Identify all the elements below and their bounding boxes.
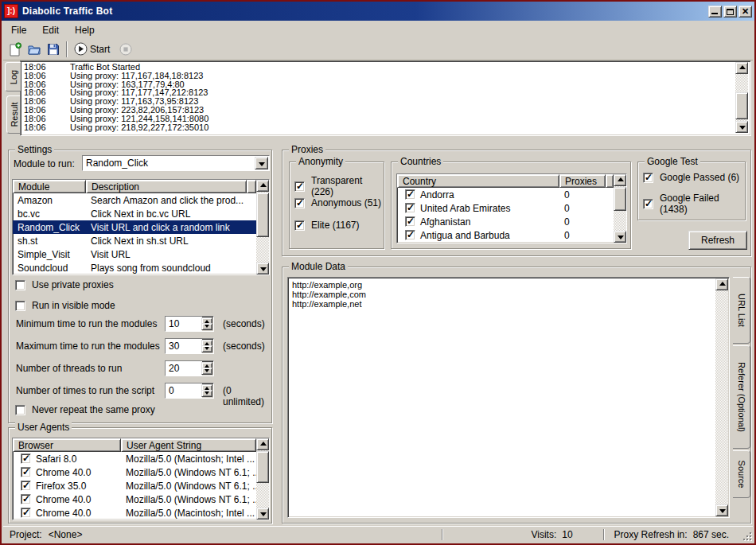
- ua-checkbox[interactable]: [21, 454, 31, 464]
- run-visible-mode-label: Run in visible mode: [32, 300, 115, 311]
- open-project-button[interactable]: [25, 40, 44, 59]
- chevron-down-icon[interactable]: [255, 157, 268, 169]
- ua-checkbox[interactable]: [21, 494, 31, 504]
- tab-log[interactable]: Log: [5, 62, 21, 91]
- ua-checkbox[interactable]: [21, 481, 31, 491]
- scroll-down-icon[interactable]: [614, 231, 626, 243]
- scroll-up-icon[interactable]: [256, 438, 269, 450]
- scroll-up-icon[interactable]: [735, 62, 748, 74]
- table-row[interactable]: United Arab Emirates0: [397, 201, 614, 215]
- col-ua-string[interactable]: User Agent String: [121, 438, 256, 452]
- start-button[interactable]: Start: [71, 40, 116, 59]
- google-test-option: Google Passed (6): [643, 172, 739, 183]
- country-checkbox[interactable]: [405, 216, 415, 227]
- elite-checkbox[interactable]: [294, 220, 305, 231]
- table-row[interactable]: Simple_VisitVisit URL: [13, 247, 256, 261]
- scrollbar-thumb[interactable]: [256, 451, 269, 483]
- module-data-textarea[interactable]: http://example,org http://example,com ht…: [287, 277, 730, 518]
- table-row[interactable]: Antigua and Barbuda0: [397, 228, 614, 242]
- module-data-scrollbar[interactable]: [715, 278, 728, 516]
- col-proxies[interactable]: Proxies: [559, 174, 606, 188]
- google-passed-checkbox[interactable]: [643, 173, 653, 183]
- scroll-up-icon[interactable]: [715, 278, 728, 290]
- stop-button[interactable]: [116, 40, 135, 59]
- times-value[interactable]: 0: [166, 383, 202, 398]
- table-row[interactable]: Andorra0: [397, 188, 614, 201]
- module-to-run-value: Random_Click: [83, 156, 269, 170]
- spin-down-icon[interactable]: [201, 390, 212, 397]
- new-project-button[interactable]: [6, 40, 25, 59]
- tab-url-list[interactable]: URL List: [733, 277, 750, 344]
- times-stepper[interactable]: 0: [165, 383, 214, 399]
- use-private-proxies-checkbox[interactable]: [15, 280, 25, 290]
- threads-stepper[interactable]: 20: [165, 360, 214, 376]
- tab-referer-label: Referer (Optional): [737, 362, 746, 432]
- countries-scrollbar[interactable]: [614, 174, 626, 243]
- transparent-checkbox[interactable]: [294, 181, 305, 192]
- anonymous-checkbox[interactable]: [294, 198, 305, 208]
- never-repeat-proxy-label: Never repeat the same proxy: [32, 404, 155, 415]
- user-agents-group: User Agents Browser User Agent String Sa…: [8, 427, 272, 524]
- menu-edit[interactable]: Edit: [34, 23, 67, 37]
- table-row[interactable]: Chrome 40.0Mozilla/5.0 (Macintosh; Intel…: [13, 506, 256, 520]
- menu-help[interactable]: Help: [67, 23, 103, 37]
- scrollbar-thumb[interactable]: [256, 193, 269, 237]
- country-checkbox[interactable]: [405, 203, 415, 213]
- tab-source[interactable]: Source: [733, 450, 750, 498]
- spin-down-icon[interactable]: [201, 368, 212, 375]
- table-row[interactable]: bc.vcClick Next in bc.vc URL: [13, 207, 256, 220]
- scrollbar-thumb[interactable]: [614, 187, 626, 211]
- modules-table-scrollbar[interactable]: [256, 180, 269, 274]
- close-button[interactable]: [738, 6, 752, 18]
- table-row[interactable]: SoundcloudPlays song from soundcloud: [13, 261, 256, 274]
- user-agents-scrollbar[interactable]: [256, 438, 269, 520]
- table-row[interactable]: Afghanistan0: [397, 215, 614, 228]
- module-to-run-combobox[interactable]: Random_Click: [82, 155, 270, 171]
- max-time-stepper[interactable]: 30: [165, 338, 214, 354]
- ua-checkbox[interactable]: [21, 508, 31, 518]
- google-failed-checkbox[interactable]: [643, 199, 653, 209]
- scroll-up-icon[interactable]: [614, 174, 626, 186]
- tab-referer[interactable]: Referer (Optional): [733, 345, 750, 449]
- scroll-down-icon[interactable]: [735, 121, 748, 133]
- threads-value[interactable]: 20: [166, 361, 202, 376]
- min-time-value[interactable]: 10: [166, 317, 202, 331]
- col-browser[interactable]: Browser: [13, 438, 121, 452]
- maximize-button[interactable]: [723, 6, 737, 18]
- table-row[interactable]: sh.stClick Next in sh.st URL: [13, 234, 256, 247]
- max-time-value[interactable]: 30: [166, 339, 202, 353]
- tab-result[interactable]: Result: [6, 95, 21, 134]
- spin-down-icon[interactable]: [201, 345, 212, 352]
- scroll-down-icon[interactable]: [715, 504, 728, 516]
- save-project-button[interactable]: [44, 40, 63, 59]
- table-row[interactable]: Chrome 40.0Mozilla/5.0 (Windows NT 6.1; …: [13, 492, 256, 506]
- table-row-selected[interactable]: Random_ClickVisit URL and click a random…: [13, 220, 256, 234]
- log-scrollbar[interactable]: [735, 62, 748, 133]
- run-visible-mode-checkbox[interactable]: [15, 301, 25, 311]
- scroll-down-icon[interactable]: [256, 508, 269, 520]
- col-module[interactable]: Module: [13, 180, 86, 193]
- refresh-button[interactable]: Refresh: [688, 231, 747, 250]
- scrollbar-thumb[interactable]: [735, 92, 748, 119]
- never-repeat-proxy-checkbox[interactable]: [15, 405, 25, 415]
- country-checkbox[interactable]: [405, 230, 415, 240]
- table-row[interactable]: Chrome 40.0Mozilla/5.0 (Windows NT 6.1; …: [13, 465, 256, 479]
- table-row[interactable]: Safari 8.0Mozilla/5.0 (Macintosh; Intel …: [13, 452, 256, 465]
- play-icon: [74, 42, 88, 56]
- min-time-stepper[interactable]: 10: [165, 316, 214, 332]
- minimize-button[interactable]: [708, 6, 722, 18]
- col-country[interactable]: Country: [397, 174, 559, 188]
- ua-checkbox[interactable]: [21, 467, 31, 477]
- table-row[interactable]: AmazonSearch Amazon and click the prod..…: [13, 193, 256, 207]
- spin-down-icon[interactable]: [201, 323, 212, 330]
- table-row[interactable]: Firefox 35.0Mozilla/5.0 (Windows NT 6.1;…: [13, 479, 256, 492]
- scroll-up-icon[interactable]: [256, 180, 269, 192]
- resize-grip[interactable]: [742, 531, 752, 541]
- col-description[interactable]: Description: [86, 180, 247, 193]
- min-time-row: Minimum time to run the modules 10 (seco…: [16, 316, 268, 332]
- log-line: 18:06Using proxy: 218,92,227,172:35010: [24, 123, 749, 132]
- menu-file[interactable]: File: [3, 23, 34, 37]
- country-checkbox[interactable]: [405, 189, 415, 200]
- scroll-down-icon[interactable]: [256, 263, 269, 274]
- status-divider: [603, 529, 605, 540]
